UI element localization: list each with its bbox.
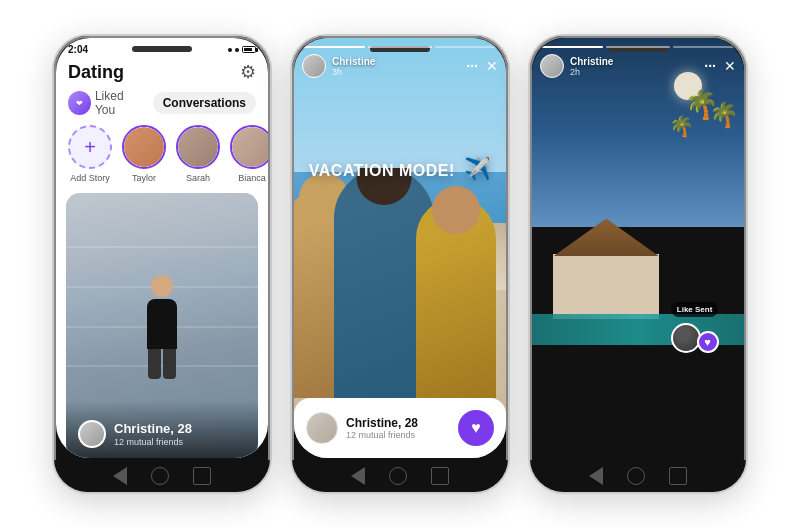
- sarah-label: Sarah: [186, 173, 210, 183]
- progress-bar-3-2: [606, 46, 669, 48]
- person-figure: [147, 275, 177, 379]
- home-button-3[interactable]: [627, 467, 645, 485]
- palm-tree-3: 🌴: [669, 114, 694, 138]
- story-user-text-2: Christine 3h: [332, 56, 375, 77]
- sarah-photo: [178, 127, 218, 167]
- phone-1-frame: 2:04 Dating ⚙ ❤ Liked You: [52, 34, 272, 494]
- more-options-button[interactable]: ···: [466, 58, 478, 74]
- like-sent-bubble: Like Sent ♥: [671, 302, 719, 353]
- like-heart-icon: ♥: [697, 331, 719, 353]
- story-header-actions-2: ··· ✕: [466, 58, 498, 74]
- story-bottom-info-2: Christine, 28 12 mutual friends: [306, 412, 418, 444]
- story-user-avatar-3: [540, 54, 564, 78]
- person-leg-left: [148, 349, 161, 379]
- plus-icon: +: [84, 137, 96, 157]
- wifi-icon: [235, 48, 239, 52]
- tab-bar: ❤ Liked You Conversations: [56, 89, 268, 125]
- liked-avatar: ❤: [68, 91, 91, 115]
- people-group: [294, 168, 506, 398]
- profile-mutual: 12 mutual friends: [114, 437, 192, 447]
- stories-row: + Add Story Taylor Sarah: [56, 125, 268, 193]
- like-avatar-person: [671, 323, 701, 353]
- status-bar-1: 2:04: [56, 38, 268, 57]
- gear-icon[interactable]: ⚙: [240, 61, 256, 83]
- recents-button-3[interactable]: [669, 467, 687, 485]
- resort-wall: [553, 254, 659, 320]
- story-item-add[interactable]: + Add Story: [68, 125, 112, 183]
- battery-icon: [242, 46, 256, 53]
- phone-2: Christine 3h ··· ✕ VACATION MODE! ✈️: [290, 34, 510, 494]
- liked-you-label: Liked You: [95, 89, 145, 117]
- phone-2-bottom-bar: [292, 460, 508, 492]
- home-button-2[interactable]: [389, 467, 407, 485]
- taylor-avatar: [122, 125, 166, 169]
- progress-bars: [302, 46, 498, 48]
- bianca-avatar: [230, 125, 268, 169]
- resort-roof: [553, 219, 659, 257]
- story-bg-2: [294, 38, 506, 458]
- phone-3-bottom-bar: [530, 460, 746, 492]
- taylor-photo: [124, 127, 164, 167]
- story-header-2: Christine 3h ··· ✕: [302, 54, 498, 78]
- close-story-button[interactable]: ✕: [486, 58, 498, 74]
- close-story-button-3[interactable]: ✕: [724, 58, 736, 74]
- story-item-sarah[interactable]: Sarah: [176, 125, 220, 183]
- profile-name: Christine, 28: [114, 421, 192, 436]
- story-header-3: Christine 2h ··· ✕: [540, 54, 736, 78]
- dating-title: Dating: [68, 62, 124, 83]
- recents-button[interactable]: [193, 467, 211, 485]
- vacation-text: VACATION MODE! ✈️: [309, 156, 491, 182]
- recents-button-2[interactable]: [431, 467, 449, 485]
- phone-2-screen: Christine 3h ··· ✕ VACATION MODE! ✈️: [294, 38, 506, 458]
- conversations-tab[interactable]: Conversations: [153, 92, 256, 114]
- story-user-avatar-2: [302, 54, 326, 78]
- phone-1-screen: 2:04 Dating ⚙ ❤ Liked You: [56, 38, 268, 458]
- back-button-2[interactable]: [351, 467, 365, 485]
- profile-text: Christine, 28 12 mutual friends: [114, 421, 192, 447]
- back-button-3[interactable]: [589, 467, 603, 485]
- phone-2-frame: Christine 3h ··· ✕ VACATION MODE! ✈️: [290, 34, 510, 494]
- like-button-2[interactable]: ♥: [458, 410, 494, 446]
- back-button[interactable]: [113, 467, 127, 485]
- phone-3: 🌴 🌴 🌴 Christine: [528, 34, 748, 494]
- beach-photo: [294, 38, 506, 458]
- story-user-info-2: Christine 3h: [302, 54, 375, 78]
- story-item-taylor[interactable]: Taylor: [122, 125, 166, 183]
- plane-emoji: ✈️: [464, 156, 492, 181]
- add-story-avatar: +: [68, 125, 112, 169]
- person-body: [147, 299, 177, 349]
- liked-you-tab[interactable]: ❤ Liked You: [68, 89, 145, 117]
- story-bottom-text-2: Christine, 28 12 mutual friends: [346, 416, 418, 440]
- profile-small-avatar: [78, 420, 106, 448]
- profile-card[interactable]: Christine, 28 12 mutual friends: [66, 193, 258, 458]
- profile-name-row: Christine, 28 12 mutual friends: [78, 420, 246, 448]
- progress-bar-3-3: [673, 46, 736, 48]
- add-story-label: Add Story: [70, 173, 110, 183]
- story-time-3: 2h: [570, 67, 613, 77]
- progress-bars-3: [540, 46, 736, 48]
- home-button[interactable]: [151, 467, 169, 485]
- resort-bg: 🌴 🌴 🌴: [532, 38, 744, 458]
- time-display: 2:04: [68, 44, 88, 55]
- phone-1: 2:04 Dating ⚙ ❤ Liked You: [52, 34, 272, 494]
- story-bottom-mutual-2: 12 mutual friends: [346, 430, 418, 440]
- vacation-label: VACATION MODE!: [309, 162, 455, 179]
- progress-bar-3: [435, 46, 498, 48]
- person-head: [151, 275, 173, 297]
- story-username-2: Christine: [332, 56, 375, 67]
- bianca-label: Bianca: [238, 173, 266, 183]
- story-time-2: 3h: [332, 67, 375, 77]
- person-leg-right: [163, 349, 176, 379]
- sarah-avatar: [176, 125, 220, 169]
- progress-bar-1: [302, 46, 365, 48]
- story-header-actions-3: ··· ✕: [704, 58, 736, 74]
- phone-3-frame: 🌴 🌴 🌴 Christine: [528, 34, 748, 494]
- progress-bar-2: [368, 46, 431, 48]
- more-options-button-3[interactable]: ···: [704, 58, 716, 74]
- story-user-info-3: Christine 2h: [540, 54, 613, 78]
- story-item-bianca[interactable]: Bianca: [230, 125, 268, 183]
- status-icons: [228, 46, 256, 53]
- signal-icon: [228, 48, 232, 52]
- story-bottom-name-2: Christine, 28: [346, 416, 418, 430]
- bianca-photo: [232, 127, 268, 167]
